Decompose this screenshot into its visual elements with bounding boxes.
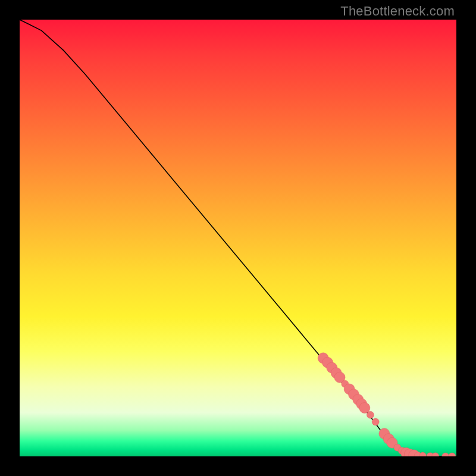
- data-marker: [359, 403, 370, 414]
- curve-line: [20, 20, 456, 456]
- markers-group: [318, 353, 456, 456]
- data-marker: [442, 453, 449, 456]
- chart-overlay: [20, 20, 456, 456]
- data-marker: [432, 453, 439, 456]
- chart-container: [20, 20, 456, 456]
- data-marker: [372, 418, 379, 425]
- data-marker: [449, 453, 456, 456]
- plot-area: [20, 20, 456, 456]
- data-marker: [367, 411, 374, 418]
- attribution-label: TheBottleneck.com: [340, 4, 455, 19]
